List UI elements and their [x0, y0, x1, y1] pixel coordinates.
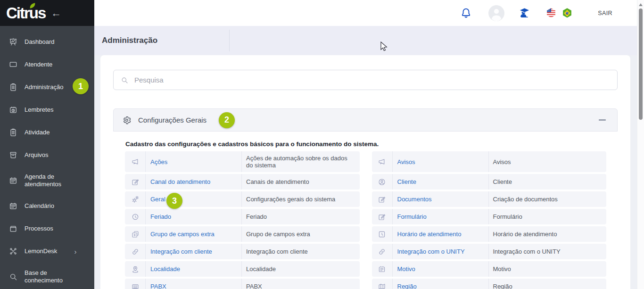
- link-row-formulario: FormulárioFormulário: [372, 209, 607, 224]
- archive-icon: [8, 150, 18, 160]
- link-row-cliente: ClienteCliente: [372, 174, 607, 190]
- link-pabx[interactable]: PABX: [150, 283, 166, 289]
- link-row-grupo-de-campos-extra: Grupo de campos extraGrupo de campos ext…: [125, 226, 360, 242]
- search-box: [113, 70, 618, 90]
- sidebar-item-administracao[interactable]: Administração1: [0, 76, 94, 99]
- link-feriado[interactable]: Feriado: [150, 213, 171, 220]
- page-title: Administração: [102, 36, 157, 45]
- minus-icon: [599, 119, 606, 121]
- link-horario-de-atendimento[interactable]: Horário de atendimento: [397, 231, 462, 238]
- step-badge-2: 2: [219, 112, 235, 128]
- links-column-left: AçõesAções de automação sobre os dados d…: [125, 151, 360, 289]
- sidebar-item-dashboard[interactable]: Dashboard: [0, 31, 94, 53]
- link-row-documentos: DocumentosCriação de documentos: [372, 191, 607, 207]
- user-circle-icon: [372, 174, 393, 190]
- network-icon: [8, 247, 18, 256]
- links-table: AçõesAções de automação sobre os dados d…: [113, 151, 618, 289]
- search-input[interactable]: [133, 75, 611, 84]
- megaphone-icon: [125, 151, 146, 172]
- link-grupo-de-campos-extra[interactable]: Grupo de campos extra: [150, 231, 215, 238]
- sidebar-item-label: Atendente: [25, 61, 52, 68]
- page-header-strip: Administração: [94, 26, 644, 55]
- edit-icon: [125, 174, 146, 190]
- link-avisos[interactable]: Avisos: [397, 158, 415, 165]
- dashboard-icon: [8, 37, 18, 47]
- monitor-icon: [8, 60, 18, 69]
- clock-icon: [125, 209, 146, 224]
- notifications-bell-icon[interactable]: [460, 7, 472, 19]
- link-row-horario-de-atendimento: Horário de atendimentoHorário de atendim…: [372, 226, 607, 242]
- map-pin-icon: [125, 261, 146, 277]
- link-description: Localidade: [242, 261, 360, 277]
- clock-square-icon: [372, 226, 393, 242]
- link-description: Cliente: [489, 174, 607, 190]
- link-integracao-com-o-unity[interactable]: Integração com o UNITY: [397, 248, 465, 255]
- gears-icon: [125, 191, 146, 207]
- vertical-scrollbar[interactable]: [637, 0, 644, 289]
- sidebar-item-atendente[interactable]: Atendente: [0, 53, 94, 76]
- sidebar-item-lemondesk[interactable]: LemonDesk›: [0, 240, 94, 263]
- link-cliente[interactable]: Cliente: [397, 178, 416, 185]
- graduate-icon[interactable]: [518, 7, 531, 19]
- link-formulario[interactable]: Formulário: [397, 213, 427, 220]
- panel-title: Configurações Gerais: [138, 116, 206, 124]
- switchboard-icon: [125, 279, 146, 289]
- link-geral[interactable]: Geral: [150, 196, 165, 203]
- copy-plus-icon: [125, 226, 146, 242]
- sidebar-collapse-arrow-button[interactable]: ←: [51, 8, 61, 18]
- us-flag-icon[interactable]: [545, 7, 557, 19]
- link-row-acoes: AçõesAções de automação sobre os dados d…: [125, 151, 360, 172]
- panel-header[interactable]: Configurações Gerais 2: [113, 108, 618, 132]
- sidebar-item-label: Dashboard: [25, 38, 55, 46]
- sidebar-item-label: Lembretes: [25, 106, 53, 114]
- link-row-avisos: AvisosAvisos: [372, 151, 607, 172]
- link-icon: [125, 244, 146, 259]
- panel-description: Cadastro das configurações e cadastros b…: [125, 140, 618, 148]
- sidebar-item-label: Base de conhecimento: [25, 269, 86, 284]
- megaphone-icon: [372, 151, 393, 172]
- link-description: Ações de automação sobre os dados do sis…: [242, 151, 360, 172]
- scrollbar-up-arrow[interactable]: [639, 3, 643, 6]
- link-description: PABX: [242, 279, 360, 289]
- calendar-icon: [8, 201, 18, 211]
- logout-button[interactable]: SAIR: [598, 10, 612, 17]
- reminder-icon: [8, 105, 18, 115]
- link-description: Região: [489, 279, 607, 289]
- link-integracao-com-cliente[interactable]: Integração com cliente: [150, 248, 212, 255]
- search-icon: [120, 76, 129, 84]
- user-avatar[interactable]: [488, 5, 504, 21]
- sidebar-item-label: Agenda de atendimentos: [25, 173, 86, 188]
- sidebar-item-label: Arquivos: [25, 151, 49, 159]
- sidebar-item-processos[interactable]: Processos: [0, 217, 94, 240]
- chevron-right-icon: ›: [74, 248, 76, 255]
- content-card: Configurações Gerais 2 Cadastro das conf…: [100, 55, 630, 289]
- title-divider: [229, 30, 230, 51]
- sidebar-item-label: Administração: [25, 83, 63, 91]
- sidebar-item-arquivos[interactable]: Arquivos: [0, 144, 94, 166]
- search-icon: [8, 272, 18, 281]
- scrollbar-thumb[interactable]: [639, 8, 643, 120]
- sidebar-item-base-de-conhecimento[interactable]: Base de conhecimento: [0, 263, 94, 289]
- edit-icon: [372, 191, 393, 207]
- sidebar-item-agenda-de-atendimentos[interactable]: Agenda de atendimentos: [0, 166, 94, 195]
- link-documentos[interactable]: Documentos: [397, 196, 432, 203]
- link-acoes[interactable]: Ações: [150, 158, 167, 165]
- link-row-regiao: RegiãoRegião: [372, 279, 607, 289]
- links-column-right: AvisosAvisosClienteClienteDocumentosCria…: [372, 151, 607, 289]
- link-canal-do-atendimento[interactable]: Canal do atendimento: [150, 178, 210, 185]
- collapse-panel-button[interactable]: [596, 116, 609, 124]
- link-description: Integração com cliente: [242, 244, 360, 259]
- link-localidade[interactable]: Localidade: [150, 265, 180, 272]
- sidebar-item-atividade[interactable]: Atividade: [0, 121, 94, 144]
- clipboard-icon: [8, 83, 18, 92]
- link-row-motivo: MotivoMotivo: [372, 261, 607, 277]
- sidebar-item-lembretes[interactable]: Lembretes: [0, 99, 94, 121]
- link-regiao[interactable]: Região: [397, 283, 417, 289]
- topbar: SAIR: [94, 0, 644, 26]
- sidebar-item-calendario[interactable]: Calendário: [0, 195, 94, 217]
- link-description: Integração com o UNITY: [489, 244, 607, 259]
- leaf-icon: [29, 2, 36, 9]
- br-flag-icon[interactable]: [561, 7, 573, 19]
- link-motivo[interactable]: Motivo: [397, 265, 415, 272]
- link-description: Motivo: [489, 261, 607, 277]
